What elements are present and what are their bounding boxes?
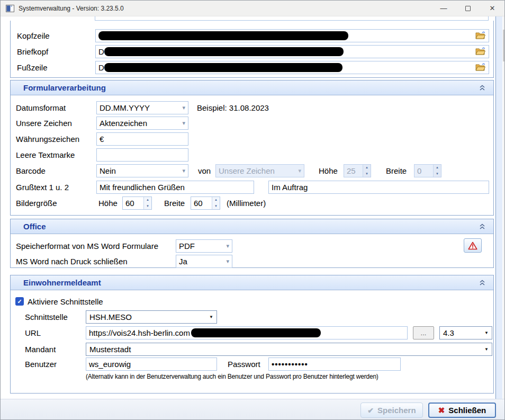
chevron-down-icon: ▾	[226, 243, 229, 249]
briefkopf-input[interactable]: D	[95, 45, 489, 58]
spin-up-icon: ▲	[212, 197, 220, 203]
url-input[interactable]: https://vois24.hsh-berlin.com	[86, 326, 408, 339]
spinner-buttons[interactable]: ▲ ▼	[143, 197, 151, 209]
grusstext1-input[interactable]: Mit freundlichen Grüßen	[96, 181, 254, 194]
bilder-breite-value: 60	[191, 197, 212, 209]
aktiviere-schnittstelle-label: Aktiviere Schnittstelle	[28, 297, 103, 306]
window-scrollbar[interactable]	[503, 16, 505, 399]
warning-triangle-icon	[468, 242, 477, 250]
maximize-icon	[465, 6, 471, 11]
version-combobox[interactable]: 4.3 ▼	[439, 326, 492, 339]
schliessen-button-label: Schließen	[448, 406, 486, 415]
fusszeile-value-prefix: D	[98, 63, 104, 72]
group-einwohnermeldeamt: Einwohnermeldeamt ✓ Aktiviere Schnittste…	[10, 275, 494, 394]
fusszeile-input[interactable]: D	[95, 61, 489, 74]
close-icon: ✕	[490, 4, 495, 12]
schliessen-button[interactable]: ✖ Schließen	[428, 403, 496, 418]
spin-down-icon: ▼	[363, 171, 371, 177]
bilder-hoehe-spinner[interactable]: 60 ▲ ▼	[122, 196, 152, 210]
spin-up-icon: ▲	[363, 165, 371, 171]
minimize-button[interactable]: —	[431, 1, 456, 16]
mandant-value: Musterstadt	[86, 345, 481, 354]
spinner-buttons[interactable]: ▲ ▼	[212, 197, 220, 209]
group-office: Office Speicherformat von MS Word Formul…	[10, 219, 494, 268]
worddruck-dropdown[interactable]: Ja ▾	[176, 255, 232, 268]
fusszeile-label: Fußzeile	[17, 63, 48, 72]
kopfzeile-input[interactable]	[95, 29, 489, 42]
spin-down-icon: ▼	[212, 203, 220, 209]
version-value: 4.3	[440, 328, 481, 337]
waehrungszeichen-input[interactable]: €	[96, 132, 188, 146]
url-browse-button[interactable]: ...	[413, 326, 434, 339]
section-title: Einwohnermeldeamt	[23, 278, 101, 287]
office-warning-button[interactable]	[464, 238, 482, 253]
app-window-icon	[6, 5, 14, 12]
speicherformat-dropdown[interactable]: PDF ▾	[176, 239, 232, 253]
group-formularverarbeitung: Formularverarbeitung Datumsformat DD.MM.…	[10, 80, 494, 216]
section-title: Formularverarbeitung	[23, 83, 106, 92]
checkmark-icon: ✓	[17, 298, 22, 305]
spin-up-icon: ▲	[144, 197, 151, 203]
bildergroesse-label: Bildergröße	[16, 199, 57, 208]
fusszeile-browse-button[interactable]	[474, 62, 486, 73]
chevron-down-icon: ▾	[226, 258, 229, 264]
barcode-von-label: von	[198, 166, 211, 175]
grusstext1-value: Mit freundlichen Grüßen	[100, 183, 185, 192]
dialog-content: Kopfzeile Briefkopf D	[1, 16, 504, 399]
grusstext2-input[interactable]: Im Auftrag	[268, 181, 489, 194]
collapse-section-button[interactable]	[477, 83, 487, 93]
collapse-chevrons-icon	[479, 85, 485, 91]
barcode-value: Nein	[100, 166, 116, 175]
aktiviere-schnittstelle-checkbox[interactable]: ✓	[15, 297, 24, 306]
close-button[interactable]: ✕	[480, 1, 504, 16]
right-scroll-strip[interactable]	[495, 16, 502, 399]
benutzer-input[interactable]: ws_eurowig	[86, 358, 217, 371]
briefkopf-redacted-value	[104, 47, 344, 56]
barcode-breite-label: Breite	[386, 166, 407, 175]
folder-open-icon	[475, 31, 485, 40]
passwort-masked-value: •••••••••••	[272, 360, 308, 369]
schnittstelle-combobox[interactable]: HSH.MESO ▼	[86, 310, 217, 324]
section-header-formularverarbeitung[interactable]: Formularverarbeitung	[11, 81, 493, 95]
barcode-dropdown[interactable]: Nein ▾	[96, 164, 188, 177]
barcode-von-dropdown: Unsere Zeichen ▾	[215, 164, 304, 177]
datumsformat-label: Datumsformat	[16, 103, 66, 112]
kopfzeile-browse-button[interactable]	[474, 30, 486, 41]
beispiel-text: Beispiel: 31.08.2023	[197, 103, 269, 112]
chevron-down-icon: ▾	[298, 168, 301, 174]
titlebar: Systemverwaltung - Version: 3.23.5.0 — ✕	[1, 1, 504, 16]
benutzer-label: Benutzer	[25, 360, 57, 369]
footer-bar: ✔ Speichern ✖ Schließen	[1, 399, 504, 419]
collapse-section-button[interactable]	[477, 222, 487, 231]
section-header-einwohnermeldeamt[interactable]: Einwohnermeldeamt	[11, 275, 493, 290]
leere-textmarke-input[interactable]	[96, 148, 188, 162]
spin-up-icon: ▲	[434, 165, 441, 171]
collapse-section-button[interactable]	[477, 278, 487, 288]
collapse-chevrons-icon	[479, 224, 485, 230]
chevron-down-icon: ▾	[182, 168, 185, 174]
section-header-office[interactable]: Office	[11, 219, 493, 234]
bilder-breite-spinner[interactable]: 60 ▲ ▼	[191, 196, 220, 210]
grusstext-label: Grußtext 1 u. 2	[16, 183, 69, 192]
kopfzeile-label: Kopfzeile	[17, 31, 50, 40]
worddruck-label: MS Word nach Druck schließen	[16, 257, 128, 266]
worddruck-value: Ja	[179, 257, 187, 266]
folder-open-icon	[475, 63, 485, 72]
benutzer-value: ws_eurowig	[89, 360, 131, 369]
minimize-icon: —	[440, 4, 447, 12]
speichern-button-label: Speichern	[377, 406, 416, 415]
datumsformat-dropdown[interactable]: DD.MM.YYYY ▾	[96, 101, 188, 114]
mandant-combobox[interactable]: Musterstadt ▼	[86, 343, 492, 356]
kopfzeile-redacted-value	[98, 31, 348, 40]
passwort-label: Passwort	[228, 360, 260, 369]
speichern-button: ✔ Speichern	[360, 403, 423, 418]
browse-ellipsis-label: ...	[421, 329, 427, 337]
briefkopf-browse-button[interactable]	[474, 46, 486, 57]
maximize-button[interactable]	[456, 1, 480, 16]
barcode-breite-value: 0	[414, 165, 433, 177]
briefkopf-value-prefix: D	[98, 47, 104, 56]
scrollbar-thumb[interactable]	[503, 30, 505, 61]
passwort-input[interactable]: •••••••••••	[268, 358, 401, 371]
spinner-buttons: ▲ ▼	[363, 165, 371, 177]
unsere-zeichen-dropdown[interactable]: Aktenzeichen ▾	[96, 117, 188, 130]
